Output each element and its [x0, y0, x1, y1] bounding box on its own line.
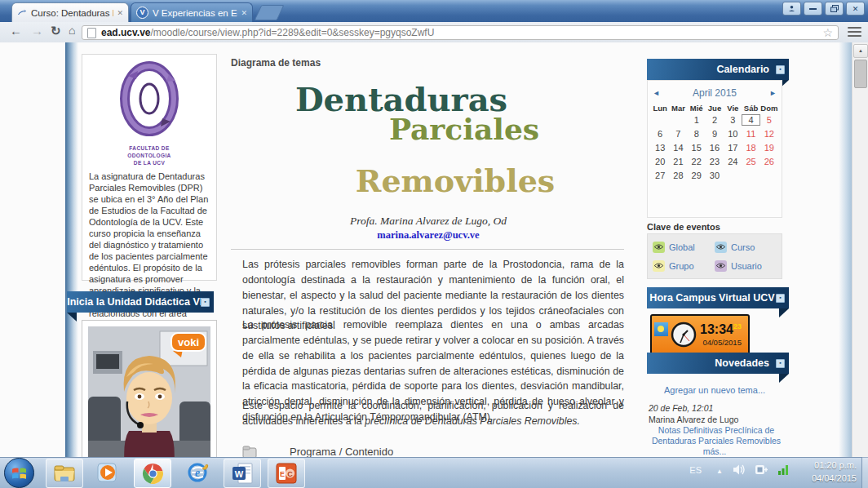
- calendar-day[interactable]: 5: [760, 114, 778, 126]
- legend-item-usuario[interactable]: Usuario: [715, 260, 777, 272]
- calendar-day[interactable]: 30: [706, 170, 724, 181]
- calendar-day[interactable]: 17: [724, 142, 742, 153]
- browser-tab-strip: Curso: Dentaduras Pa ✕ V V Experiencias …: [0, 0, 868, 22]
- calendar-day[interactable]: 14: [669, 142, 687, 153]
- ie-icon: e: [186, 462, 209, 483]
- calendar-day[interactable]: 15: [688, 142, 706, 153]
- forward-icon[interactable]: →: [31, 24, 43, 38]
- calendar-day[interactable]: 18: [742, 142, 760, 153]
- minimize-button[interactable]: [804, 2, 822, 16]
- media-player-icon: [97, 462, 118, 483]
- taskbar-explorer-button[interactable]: [46, 459, 83, 488]
- calendar-day[interactable]: 24: [724, 156, 742, 167]
- network-activity-icon[interactable]: [777, 464, 790, 479]
- home-icon[interactable]: ⌂: [69, 24, 75, 37]
- taskbar-chrome-button[interactable]: [134, 459, 171, 488]
- calendar-day[interactable]: 25: [742, 156, 760, 167]
- legend-item-global[interactable]: Global: [653, 242, 715, 253]
- collapse-block-icon[interactable]: ▪: [776, 294, 785, 303]
- show-desktop-button[interactable]: [861, 457, 868, 488]
- calendar-day[interactable]: 8: [688, 128, 706, 140]
- eye-icon: [715, 242, 727, 253]
- svg-text:C: C: [287, 470, 293, 478]
- right-gradient-strip: [839, 42, 852, 457]
- start-button[interactable]: [4, 458, 34, 488]
- professor-email-link[interactable]: marina.alvarez@ucv.ve: [227, 229, 630, 242]
- power-plug-icon[interactable]: [755, 464, 768, 479]
- taskbar-presentation-button[interactable]: E C: [268, 459, 305, 488]
- scrollbar-up-arrow[interactable]: ▲: [853, 44, 868, 58]
- next-month-icon[interactable]: ►: [769, 89, 777, 97]
- scrollbar-thumb[interactable]: [854, 60, 867, 88]
- unit-banner-label: Inicia la Unidad Didáctica VII: [67, 296, 206, 308]
- calendar-day[interactable]: 1: [688, 114, 706, 126]
- clock-seconds: 23: [733, 322, 742, 331]
- tray-expand-icon[interactable]: ▲: [716, 468, 723, 475]
- news-title: Novedades: [715, 357, 769, 369]
- tab-curso[interactable]: Curso: Dentaduras Pa ✕: [11, 2, 129, 22]
- calendar-day[interactable]: 19: [760, 142, 778, 153]
- legend-item-grupo[interactable]: Grupo: [653, 260, 715, 272]
- calendar-day[interactable]: 3: [724, 114, 742, 126]
- new-tab-button[interactable]: [255, 5, 285, 20]
- tab-close-icon[interactable]: ✕: [117, 9, 123, 17]
- course-description-text: La asignatura de Dentaduras Parciales Re…: [82, 166, 216, 343]
- collapse-block-icon[interactable]: ▪: [201, 298, 210, 307]
- calendar-day[interactable]: 13: [651, 142, 669, 153]
- calendar-day[interactable]: 16: [706, 142, 724, 153]
- add-topic-link[interactable]: Agregar un nuevo tema...: [647, 385, 782, 395]
- tab-close-icon[interactable]: ✕: [241, 9, 247, 17]
- calendar-day[interactable]: 29: [688, 170, 706, 181]
- tab-experiencias[interactable]: V V Experiencias en Ed ✕: [131, 2, 253, 22]
- calendar-day[interactable]: 4: [742, 114, 760, 126]
- window-controls: ✕: [782, 2, 865, 16]
- course-title: Dentaduras Parciales Removibles: [227, 80, 630, 199]
- calendar-day[interactable]: 22: [688, 156, 706, 167]
- weekday-label: Mié: [688, 104, 706, 113]
- taskbar-word-button[interactable]: W: [224, 459, 261, 488]
- volume-icon[interactable]: [733, 464, 746, 479]
- taskbar-ie-button[interactable]: e: [179, 459, 215, 486]
- resource-label[interactable]: Programa / Contenido: [290, 446, 393, 457]
- presentation-app-icon: E C: [276, 463, 297, 484]
- calendar-day[interactable]: 27: [651, 170, 669, 181]
- calendar-day[interactable]: 7: [669, 128, 687, 140]
- calendar-day[interactable]: 28: [669, 170, 687, 181]
- scrollbar-track[interactable]: [852, 42, 868, 457]
- course-resource-item[interactable]: Programa / Contenido: [242, 446, 624, 457]
- url-host: ead.ucv.ve: [101, 27, 150, 38]
- collapse-block-icon[interactable]: ▪: [776, 65, 785, 74]
- calendar-day[interactable]: 2: [706, 114, 724, 126]
- menu-icon[interactable]: [848, 27, 861, 39]
- voki-avatar-widget[interactable]: voki: [82, 320, 217, 457]
- calendar-day[interactable]: 12: [760, 128, 778, 140]
- svg-text:e: e: [195, 467, 200, 479]
- news-more-link[interactable]: más...: [647, 446, 782, 456]
- prev-month-icon[interactable]: ◄: [653, 89, 660, 97]
- month-label[interactable]: April 2015: [693, 87, 737, 99]
- banner-fold: [779, 374, 789, 383]
- collapse-block-icon[interactable]: ▪: [776, 359, 785, 368]
- calendar-day[interactable]: 20: [651, 156, 669, 167]
- taskbar-mediaplayer-button[interactable]: [90, 459, 126, 486]
- calendar-day[interactable]: 9: [706, 128, 724, 140]
- legend-item-curso[interactable]: Curso: [715, 242, 777, 253]
- calendar-day[interactable]: 6: [651, 128, 669, 140]
- calendar-day[interactable]: 11: [742, 128, 760, 140]
- calendar-day[interactable]: 23: [706, 156, 724, 167]
- profile-icon[interactable]: [782, 2, 801, 16]
- calendar-day[interactable]: 21: [669, 156, 687, 167]
- taskbar-clock[interactable]: 01:20 p.m. 04/04/2015: [812, 459, 857, 486]
- news-entry-link[interactable]: Notas Definitivas Preclínica de Dentadur…: [647, 425, 786, 446]
- back-icon[interactable]: ←: [10, 24, 22, 38]
- calendar-block-header: Calendario ▪: [647, 59, 789, 80]
- calendar-day[interactable]: 10: [724, 128, 742, 140]
- event-key-title: Clave de eventos: [647, 222, 720, 232]
- language-indicator[interactable]: ES: [689, 465, 702, 475]
- maximize-button[interactable]: [825, 2, 844, 16]
- calendar-day[interactable]: 26: [760, 156, 778, 167]
- address-bar[interactable]: ead.ucv.ve /moodle/course/view.php?id=22…: [82, 25, 839, 40]
- close-button[interactable]: ✕: [846, 2, 865, 16]
- bookmark-star-icon[interactable]: ☆: [822, 26, 833, 39]
- reload-icon[interactable]: ↻: [51, 24, 61, 38]
